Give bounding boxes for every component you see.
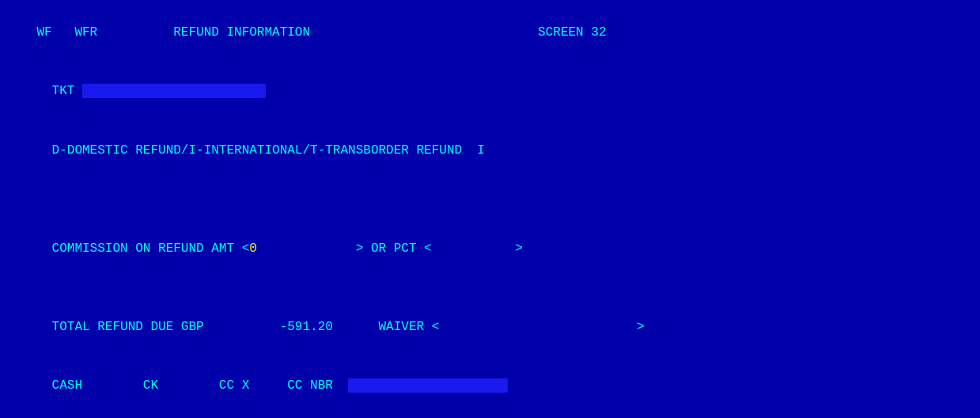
line-total-refund: TOTAL REFUND DUE GBP -591.20 WAIVER < > [6,298,974,356]
commission-label: COMMISSION ON REFUND AMT < [36,241,249,256]
commission-value[interactable]: 0 [249,241,257,256]
line-blank1 [6,180,974,200]
line-blank3 [6,278,974,298]
line-cash-cc: CASH CK CC X CC NBR ████████████████████… [6,356,974,415]
tkt-value: ████████████████████ [82,84,266,98]
line-tkt: TKT ████████████████████ [6,62,974,120]
tkt-label: TKT [36,84,82,98]
total-refund-text: TOTAL REFUND DUE GBP -591.20 WAIVER < > [36,320,644,334]
line-blank2 [6,200,974,219]
line-header: WF WFR REFUND INFORMATION SCREEN 32 [6,3,974,62]
commission-rest: > OR PCT < > [257,241,523,256]
refund-type-text: D-DOMESTIC REFUND/I-INTERNATIONAL/T-TRAN… [36,143,485,158]
terminal-screen: WF WFR REFUND INFORMATION SCREEN 32 TKT … [0,0,980,418]
line-commission: COMMISSION ON REFUND AMT <0 > OR PCT < > [6,219,974,278]
line-refund-type: D-DOMESTIC REFUND/I-INTERNATIONAL/T-TRAN… [6,121,974,180]
cash-cc-label: CASH CK CC X CC NBR [36,378,348,393]
header-text: WF WFR REFUND INFORMATION SCREEN 32 [36,25,606,40]
cc-nbr-value: █████████████████████ [348,378,508,393]
